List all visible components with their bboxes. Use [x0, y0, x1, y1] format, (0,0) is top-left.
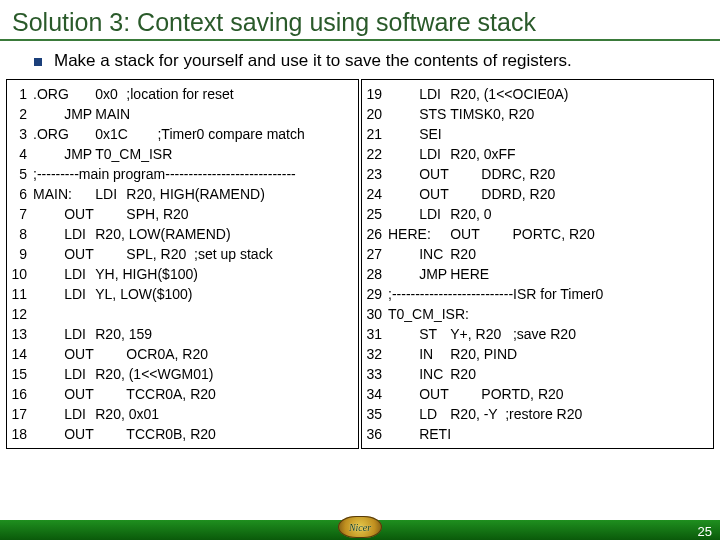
title-underline [0, 39, 720, 41]
line-numbers-right: 19 20 21 22 23 24 25 26 27 28 29 30 31 3… [362, 80, 384, 448]
page-number: 25 [698, 524, 712, 539]
footer-bar: Nicer 25 [0, 520, 720, 540]
code-left: .ORG 0x0 ;location for reset JMP MAIN .O… [29, 80, 358, 448]
bullet-row: Make a stack for yourself and use it to … [0, 49, 720, 79]
code-col-right: 19 20 21 22 23 24 25 26 27 28 29 30 31 3… [361, 79, 714, 449]
bullet-text: Make a stack for yourself and use it to … [54, 51, 572, 71]
code-col-left: 1 2 3 4 5 6 7 8 9 10 11 12 13 14 15 16 1… [6, 79, 359, 449]
square-bullet-icon [34, 58, 42, 66]
line-numbers-left: 1 2 3 4 5 6 7 8 9 10 11 12 13 14 15 16 1… [7, 80, 29, 448]
code-columns: 1 2 3 4 5 6 7 8 9 10 11 12 13 14 15 16 1… [0, 79, 720, 449]
code-right: LDI R20, (1<<OCIE0A) STS TIMSK0, R20 SEI… [384, 80, 713, 448]
slide-title: Solution 3: Context saving using softwar… [0, 0, 720, 39]
logo-text: Nicer [349, 522, 371, 533]
logo-icon: Nicer [338, 516, 382, 538]
